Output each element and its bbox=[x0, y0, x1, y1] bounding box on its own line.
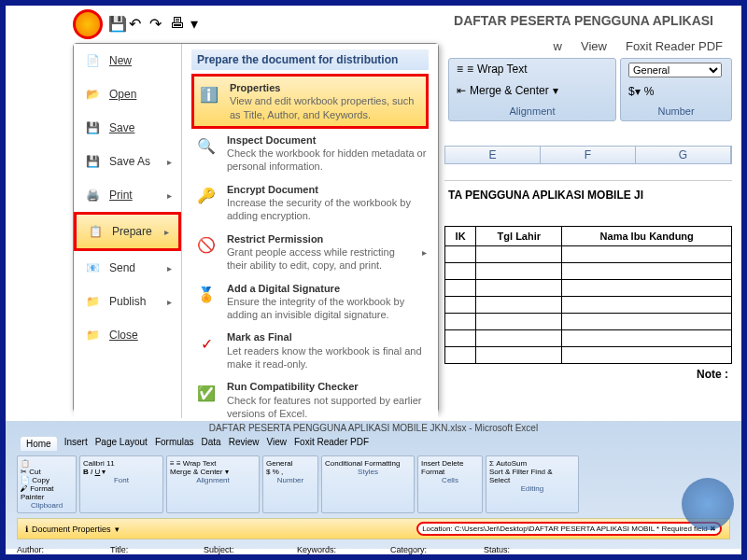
save-as-icon: 💾 bbox=[83, 152, 102, 171]
inspect-icon: 🔍 bbox=[193, 133, 219, 160]
merge-center-button[interactable]: Merge & Center bbox=[470, 84, 549, 97]
column-headers: E F G bbox=[444, 146, 732, 164]
window-title: DAFTAR PESERTA PENGGUNA APLIKASI MOBILE … bbox=[6, 421, 741, 435]
tab-data[interactable]: Data bbox=[202, 437, 221, 451]
ribbon-tabs-partial: w View Foxit Reader PDF bbox=[554, 39, 723, 53]
editing-group: Σ AutoSum Sort & Filter Find & Select Ed… bbox=[486, 455, 579, 513]
align-center-icon[interactable]: ≡ bbox=[467, 63, 473, 76]
table-row[interactable] bbox=[445, 297, 732, 314]
prepare-final[interactable]: ✓ Mark as FinalLet readers know the work… bbox=[191, 326, 429, 375]
print-icon[interactable]: 🖶 bbox=[170, 15, 185, 30]
wrap-text-button[interactable]: Wrap Text bbox=[477, 63, 528, 76]
data-table: IK Tgl Lahir Nama Ibu Kandung bbox=[444, 226, 732, 364]
menu-publish[interactable]: 📁Publish▸ bbox=[74, 285, 181, 318]
menu-save-as[interactable]: 💾Save As▸ bbox=[74, 145, 181, 178]
tab-insert[interactable]: Insert bbox=[64, 437, 88, 451]
keywords-input[interactable] bbox=[297, 556, 381, 560]
office-button[interactable] bbox=[73, 9, 103, 39]
menu-new[interactable]: 📄New bbox=[74, 44, 181, 77]
category-label: Category: bbox=[390, 545, 474, 554]
chevron-right-icon: ▸ bbox=[422, 247, 427, 258]
open-icon: 📂 bbox=[83, 85, 102, 104]
tab-layout[interactable]: Page Layout bbox=[95, 437, 148, 451]
save-icon[interactable]: 💾 bbox=[108, 15, 123, 30]
prepare-icon: 📋 bbox=[86, 222, 105, 241]
prepare-properties[interactable]: ℹ️ PropertiesView and edit workbook prop… bbox=[191, 74, 429, 129]
tab-view-end[interactable]: w bbox=[554, 39, 562, 53]
menu-open[interactable]: 📂Open bbox=[74, 77, 181, 111]
subject-input[interactable] bbox=[204, 556, 288, 560]
table-row[interactable] bbox=[445, 246, 732, 263]
status-label: Status: bbox=[484, 545, 568, 554]
indent-icon[interactable]: ⇤ bbox=[457, 84, 466, 97]
prepare-restrict[interactable]: 🚫 Restrict PermissionGrant people access… bbox=[191, 228, 429, 277]
final-icon: ✓ bbox=[193, 330, 219, 357]
dropdown-icon[interactable]: ▾ bbox=[190, 15, 205, 30]
currency-icon[interactable]: $▾ bbox=[628, 85, 641, 98]
subject-label: Subject: bbox=[204, 545, 288, 554]
col-g[interactable]: G bbox=[636, 147, 731, 163]
title-input[interactable] bbox=[110, 556, 194, 560]
close-icon: 📁 bbox=[83, 326, 102, 344]
col-f[interactable]: F bbox=[541, 147, 636, 163]
table-row[interactable] bbox=[445, 330, 732, 347]
menu-prepare[interactable]: 📋Prepare▸ bbox=[74, 212, 181, 251]
header-ik[interactable]: IK bbox=[445, 227, 476, 246]
sheet-title-cell[interactable]: TA PENGGUNA APLIKASI MOBILE JI bbox=[444, 181, 732, 209]
prepare-signature[interactable]: 🏅 Add a Digital SignatureEnsure the inte… bbox=[191, 277, 429, 327]
tab-foxit[interactable]: Foxit Reader PDF bbox=[294, 437, 369, 451]
docprops-label[interactable]: Document Properties bbox=[32, 525, 111, 534]
table-row[interactable] bbox=[445, 314, 732, 330]
status-input[interactable] bbox=[484, 556, 568, 560]
property-fields: Author: Title: Subject: Keywords: Catego… bbox=[6, 541, 741, 560]
menu-print[interactable]: 🖨️Print▸ bbox=[74, 178, 181, 212]
document-properties-bar: ℹ Document Properties ▾ Location: C:\Use… bbox=[17, 518, 730, 539]
paste-button[interactable]: 📋 bbox=[21, 459, 73, 468]
percent-button[interactable]: % bbox=[644, 85, 655, 98]
chevron-right-icon: ▸ bbox=[167, 157, 172, 167]
tab-review[interactable]: Review bbox=[229, 437, 260, 451]
cells-group: Insert Delete Format Cells bbox=[417, 455, 483, 513]
compat-icon: ✅ bbox=[193, 380, 219, 406]
keywords-label: Keywords: bbox=[297, 545, 381, 554]
prepare-inspect[interactable]: 🔍 Inspect DocumentCheck the workbook for… bbox=[191, 129, 429, 178]
number-group-2: General $ % , Number bbox=[262, 455, 318, 513]
header-nama[interactable]: Nama Ibu Kandung bbox=[562, 227, 732, 246]
author-label: Author: bbox=[17, 545, 101, 554]
ribbon: 📋 ✂ Cut 📄 Copy 🖌 Format Painter Clipboar… bbox=[6, 453, 741, 516]
table-row[interactable] bbox=[445, 280, 732, 297]
encrypt-icon: 🔑 bbox=[193, 183, 219, 209]
number-format-select[interactable]: General bbox=[628, 63, 722, 77]
category-input[interactable] bbox=[390, 556, 474, 560]
tab-foxit[interactable]: Foxit Reader PDF bbox=[626, 39, 723, 53]
table-row[interactable] bbox=[445, 347, 732, 364]
save-icon: 💾 bbox=[83, 119, 102, 137]
prepare-header: Prepare the document for distribution bbox=[191, 49, 429, 70]
prepare-encrypt[interactable]: 🔑 Encrypt DocumentIncrease the security … bbox=[191, 178, 429, 228]
col-e[interactable]: E bbox=[445, 147, 541, 163]
chevron-right-icon: ▸ bbox=[167, 263, 172, 273]
dropdown-icon[interactable]: ▾ bbox=[553, 84, 558, 97]
alignment-label: Alignment bbox=[457, 105, 608, 117]
properties-icon: ℹ️ bbox=[196, 81, 222, 107]
send-icon: 📧 bbox=[83, 259, 102, 277]
redo-icon[interactable]: ↷ bbox=[149, 15, 164, 30]
tab-view[interactable]: View bbox=[266, 437, 287, 451]
header-tgl[interactable]: Tgl Lahir bbox=[476, 227, 562, 246]
menu-save[interactable]: 💾Save bbox=[74, 111, 181, 145]
menu-close[interactable]: 📁Close bbox=[74, 318, 181, 352]
align-left-icon[interactable]: ≡ bbox=[457, 63, 463, 76]
title-label: Title: bbox=[110, 545, 194, 554]
tab-view[interactable]: View bbox=[581, 39, 607, 53]
author-input[interactable] bbox=[17, 556, 101, 560]
dropdown-icon[interactable]: ▾ bbox=[115, 525, 120, 534]
spreadsheet-grid[interactable]: E F G TA PENGGUNA APLIKASI MOBILE JI IK … bbox=[444, 146, 732, 385]
tab-formulas[interactable]: Formulas bbox=[155, 437, 194, 451]
undo-icon[interactable]: ↶ bbox=[129, 15, 144, 30]
office-menu: 📄New 📂Open 💾Save 💾Save As▸ 🖨️Print▸ 📋Pre… bbox=[73, 43, 439, 413]
tab-home[interactable]: Home bbox=[21, 437, 57, 451]
styles-group: Conditional Formatting Styles bbox=[321, 455, 415, 513]
menu-send[interactable]: 📧Send▸ bbox=[74, 251, 181, 285]
table-row[interactable] bbox=[445, 263, 732, 280]
bottom-excel-window: DAFTAR PESERTA PENGGUNA APLIKASI MOBILE … bbox=[6, 418, 741, 549]
